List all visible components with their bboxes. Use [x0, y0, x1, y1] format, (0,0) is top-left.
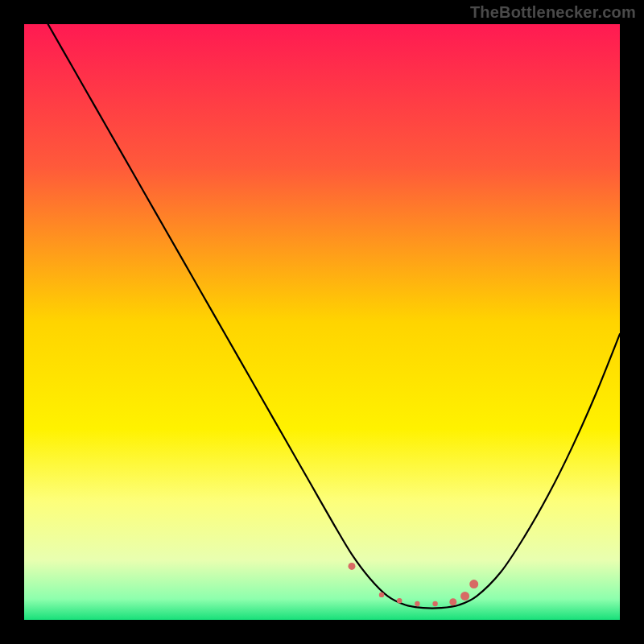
highlight-dot — [460, 592, 469, 601]
highlight-dot — [469, 580, 478, 588]
highlight-dot — [349, 563, 356, 570]
chart-frame: TheBottlenecker.com — [0, 0, 644, 644]
highlight-dot — [432, 601, 437, 606]
watermark-text: TheBottlenecker.com — [470, 3, 636, 22]
highlight-dot — [397, 598, 402, 603]
highlight-dot — [415, 601, 419, 606]
highlight-dot — [449, 598, 456, 605]
chart-svg — [24, 24, 620, 620]
highlight-dot — [379, 592, 384, 597]
plot-area — [24, 24, 620, 620]
gradient-background — [24, 24, 620, 620]
